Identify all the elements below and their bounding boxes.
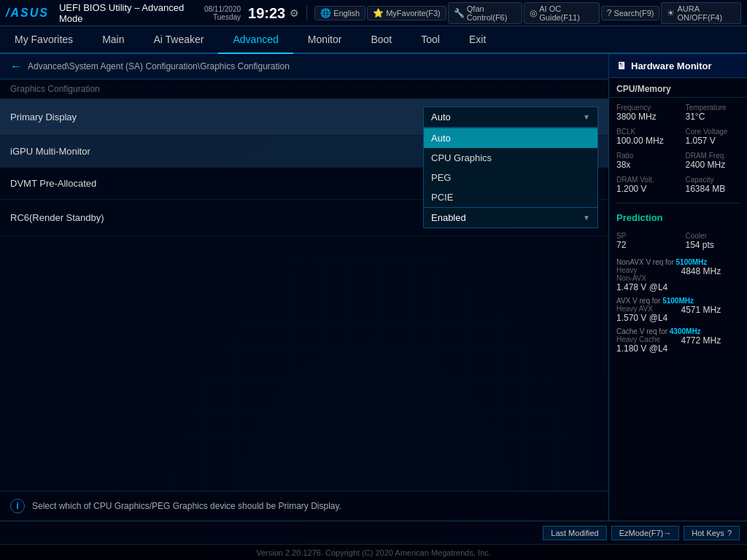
clock: 19:23 <box>248 6 285 20</box>
back-button[interactable]: ← <box>10 60 22 73</box>
option-auto[interactable]: Auto <box>424 128 597 148</box>
primary-display-value: Auto <box>431 112 451 122</box>
nav-ai-tweaker[interactable]: Ai Tweaker <box>139 26 218 54</box>
cache-left-value: 1.180 V @L4 <box>616 343 676 354</box>
bottom-bar: Last Modified EzMode(F7)→ Hot Keys ? <box>0 521 747 544</box>
nonavx-right-value: 4848 MHz <box>681 266 740 276</box>
rc6-render-standby-label: RC6(Render Standby) <box>10 212 104 223</box>
aura-icon: ☀ <box>667 8 675 18</box>
primary-display-label: Primary Display <box>10 112 77 122</box>
language-button[interactable]: 🌐 English <box>314 6 365 20</box>
sp-cooler-grid: SP 72 Cooler 154 pts <box>609 226 747 256</box>
primary-display-dropdown-container: Auto ▼ Auto CPU Graphics PEG <box>423 106 598 128</box>
primary-display-dropdown-list: Auto CPU Graphics PEG PCIE <box>423 128 598 208</box>
hot-keys-button[interactable]: Hot Keys ? <box>684 526 740 540</box>
hardware-monitor-panel: 🖥 Hardware Monitor CPU/Memory Frequency … <box>608 54 747 521</box>
sp-cell: SP 72 <box>609 229 678 253</box>
aura-label: AURA ON/OFF(F4) <box>677 4 735 22</box>
nav-exit[interactable]: Exit <box>454 26 500 54</box>
hot-keys-key: ? <box>727 529 732 537</box>
capacity-cell: Capacity 16384 MB <box>678 173 748 197</box>
option-peg[interactable]: PEG <box>424 168 597 187</box>
frequency-cell: Frequency 3800 MHz <box>609 101 678 125</box>
cache-freq: 4300MHz <box>670 327 701 335</box>
avx-left-col: Heavy AVX 1.570 V @L4 <box>616 305 676 323</box>
rc6-dropdown-arrow-icon: ▼ <box>583 214 590 222</box>
temperature-value: 31°C <box>686 112 740 122</box>
primary-display-dropdown[interactable]: Auto ▼ <box>423 106 598 128</box>
day: Tuesday <box>213 13 241 21</box>
avx-freq: 5100MHz <box>662 297 694 305</box>
qfan-button[interactable]: 🔧 Qfan Control(F6) <box>448 2 523 24</box>
cache-left-col: Heavy Cache 1.180 V @L4 <box>616 335 676 354</box>
ai-oc-button[interactable]: ◎ AI OC Guide(F11) <box>524 2 599 24</box>
my-favorite-label: MyFavorite(F3) <box>386 9 441 18</box>
datetime: 08/11/2020 Tuesday <box>204 5 241 21</box>
my-favorite-button[interactable]: ⭐ MyFavorite(F3) <box>367 6 446 20</box>
avx-req-label: AVX V req for 5100MHz <box>616 297 740 305</box>
search-button[interactable]: ? Search(F9) <box>601 6 660 20</box>
dram-volt-label: DRAM Volt. <box>616 176 671 184</box>
core-voltage-label: Core Voltage <box>686 128 740 136</box>
dram-freq-label: DRAM Freq. <box>686 152 740 160</box>
bclk-cell: BCLK 100.00 MHz <box>609 125 678 149</box>
temperature-cell: Temperature 31°C <box>678 101 748 125</box>
ez-mode-button[interactable]: EzMode(F7)→ <box>611 526 680 540</box>
nav-tool[interactable]: Tool <box>406 26 454 54</box>
search-icon: ? <box>607 8 612 18</box>
nav-monitor[interactable]: Monitor <box>293 26 357 54</box>
dram-freq-cell: DRAM Freq. 2400 MHz <box>678 149 748 173</box>
hw-divider <box>616 203 740 203</box>
footer: Version 2.20.1276. Copyright (C) 2020 Am… <box>0 544 747 560</box>
nonavx-freq: 5100MHz <box>676 258 708 266</box>
last-modified-label: Last Modified <box>551 529 598 537</box>
capacity-label: Capacity <box>686 176 740 184</box>
info-text: Select which of CPU Graphics/PEG Graphic… <box>32 501 341 511</box>
cooler-value: 154 pts <box>686 240 740 250</box>
primary-display-row[interactable]: Primary Display Auto ▼ Auto CPU Graphics <box>0 99 608 136</box>
settings-gear-icon[interactable]: ⚙ <box>290 7 299 19</box>
fan-icon: 🔧 <box>454 8 465 18</box>
rc6-dropdown[interactable]: Enabled ▼ <box>423 207 598 228</box>
nav-main[interactable]: Main <box>88 26 139 54</box>
last-modified-button[interactable]: Last Modified <box>543 526 606 540</box>
sp-label: SP <box>616 232 671 240</box>
nonavx-heavy-col: Heavy Non-AVX 1.478 V @L4 <box>616 266 676 292</box>
hw-monitor-header: 🖥 Hardware Monitor <box>609 54 747 78</box>
hot-keys-label: Hot Keys <box>692 529 724 537</box>
cache-req-label: Cache V req for 4300MHz <box>616 327 740 335</box>
capacity-value: 16384 MB <box>686 184 740 194</box>
main-nav: My Favorites Main Ai Tweaker Advanced Mo… <box>0 26 747 54</box>
nonavx-pred-item: NonAVX V req for 5100MHz Heavy Non-AVX 1… <box>609 256 747 295</box>
cache-pred-item: Cache V req for 4300MHz Heavy Cache 1.18… <box>609 325 747 356</box>
search-label: Search(F9) <box>614 9 654 18</box>
nav-my-favorites[interactable]: My Favorites <box>0 26 88 54</box>
cpu-memory-title: CPU/Memory <box>609 78 747 98</box>
nav-advanced[interactable]: Advanced <box>218 26 293 54</box>
top-bar: /ASUS UEFI BIOS Utility – Advanced Mode … <box>0 0 747 26</box>
info-bar: i Select which of CPU Graphics/PEG Graph… <box>0 491 608 521</box>
cache-right-value: 4772 MHz <box>681 335 740 346</box>
temperature-label: Temperature <box>686 104 740 112</box>
igpu-multi-monitor-label: iGPU Multi-Monitor <box>10 146 90 157</box>
dram-volt-cell: DRAM Volt. 1.200 V <box>609 173 678 197</box>
nonavx-left-value: 1.478 V @L4 <box>616 282 676 292</box>
option-pcie[interactable]: PCIE <box>424 187 597 207</box>
aura-button[interactable]: ☀ AURA ON/OFF(F4) <box>661 2 741 24</box>
dram-volt-value: 1.200 V <box>616 184 671 194</box>
left-panel: ← Advanced\System Agent (SA) Configurati… <box>0 54 608 521</box>
frequency-value: 3800 MHz <box>616 112 671 122</box>
top-icons: 🌐 English ⭐ MyFavorite(F3) 🔧 Qfan Contro… <box>314 2 741 24</box>
nav-boot[interactable]: Boot <box>356 26 406 54</box>
rc6-value: Enabled <box>431 212 466 223</box>
avx-pred-item: AVX V req for 5100MHz Heavy AVX 1.570 V … <box>609 295 747 325</box>
section-header: Graphics Configuration <box>0 79 608 99</box>
cache-pred-values: Heavy Cache 1.180 V @L4 4772 MHz <box>616 335 740 354</box>
avx-left-value: 1.570 V @L4 <box>616 313 676 323</box>
option-cpu-graphics[interactable]: CPU Graphics <box>424 148 597 168</box>
nonavx-right-col: 4848 MHz <box>681 266 740 292</box>
favorite-icon: ⭐ <box>373 8 384 18</box>
breadcrumb: ← Advanced\System Agent (SA) Configurati… <box>0 54 608 79</box>
ratio-value: 38x <box>616 160 671 170</box>
version-text: Version 2.20.1276. Copyright (C) 2020 Am… <box>256 548 491 557</box>
